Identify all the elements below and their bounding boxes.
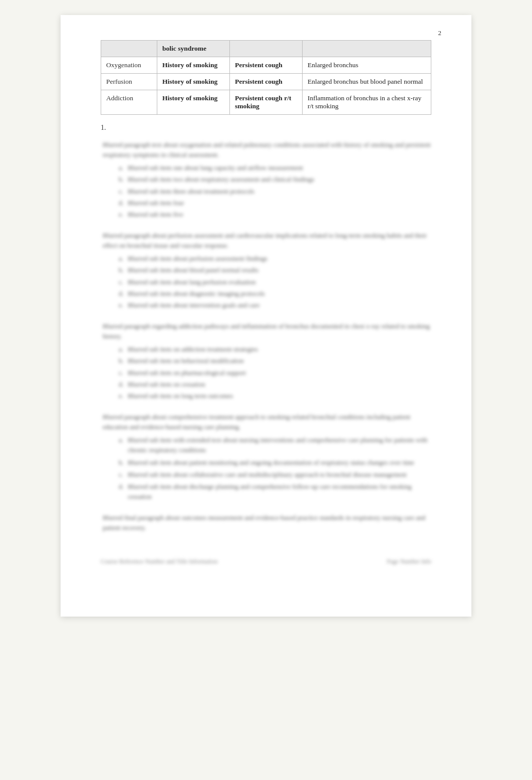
row1-col1: Oxygenation bbox=[101, 57, 157, 74]
blurred-item: Blurred sub item one about lung capacity… bbox=[119, 163, 431, 173]
numbered-intro: 1. bbox=[101, 124, 431, 132]
blurred-sublist-1: Blurred sub item one about lung capacity… bbox=[119, 163, 431, 220]
blurred-item-3: Blurred paragraph regarding addiction pa… bbox=[101, 321, 431, 401]
row1-col4: Enlarged bronchus bbox=[302, 57, 431, 74]
table-section: bolic syndrome Oxygenation History of sm… bbox=[101, 40, 431, 115]
blurred-para-5: Blurred final paragraph about outcomes m… bbox=[103, 513, 431, 533]
blurred-item: Blurred sub item about patient monitorin… bbox=[119, 458, 431, 468]
page-number: 2 bbox=[438, 29, 442, 37]
blurred-item-4: Blurred paragraph about comprehensive tr… bbox=[101, 412, 431, 502]
blurred-item: Blurred sub item on behavioral modificat… bbox=[119, 356, 431, 366]
footer-right: Page Number Info bbox=[387, 558, 431, 565]
blurred-item: Blurred sub item about blood panel norma… bbox=[119, 265, 431, 275]
row3-col4: Inflammation of bronchus in a chest x-ra… bbox=[302, 90, 431, 115]
header-col4 bbox=[302, 41, 431, 57]
row2-col3: Persistent cough bbox=[229, 74, 302, 90]
row1-col2: History of smoking bbox=[157, 57, 230, 74]
row2-col2: History of smoking bbox=[157, 74, 230, 90]
row2-col4: Enlarged bronchus but blood panel normal bbox=[302, 74, 431, 90]
blurred-item-2: Blurred paragraph about perfusion assess… bbox=[101, 231, 431, 310]
header-col3 bbox=[229, 41, 302, 57]
numbered-section: 1. Blurred paragraph text about oxygenat… bbox=[101, 124, 431, 533]
blurred-item: Blurred sub item about discharge plannin… bbox=[119, 482, 431, 502]
blurred-sublist-4: Blurred sub item with extended text abou… bbox=[119, 435, 431, 502]
row1-col3: Persistent cough bbox=[229, 57, 302, 74]
blurred-sublist-3: Blurred sub item on addiction treatment … bbox=[119, 344, 431, 401]
blurred-sublist-2: Blurred sub item about perfusion assessm… bbox=[119, 254, 431, 310]
table-row: Addiction History of smoking Persistent … bbox=[101, 90, 431, 115]
table-header-row: bolic syndrome bbox=[101, 41, 431, 57]
row3-col2: History of smoking bbox=[157, 90, 230, 115]
blurred-item: Blurred sub item three about treatment p… bbox=[119, 186, 431, 197]
blurred-item-1: Blurred paragraph text about oxygenation… bbox=[101, 140, 431, 220]
row3-col3: Persistent cough r/t smoking bbox=[229, 90, 302, 115]
blurred-item: Blurred sub item four bbox=[119, 198, 431, 208]
blurred-item: Blurred sub item on cessation bbox=[119, 379, 431, 389]
blurred-para-4: Blurred paragraph about comprehensive tr… bbox=[103, 412, 431, 432]
blurred-item: Blurred sub item about intervention goal… bbox=[119, 300, 431, 310]
blurred-item: Blurred sub item about diagnostic imagin… bbox=[119, 289, 431, 299]
blurred-item: Blurred sub item about collaborative car… bbox=[119, 470, 431, 480]
page-container: 2 bolic syndrome Oxygenation History of … bbox=[61, 15, 471, 617]
footer: Course Reference Number and Title Inform… bbox=[101, 553, 431, 565]
blurred-item: Blurred sub item on long term outcomes bbox=[119, 391, 431, 401]
footer-left: Course Reference Number and Title Inform… bbox=[101, 558, 218, 565]
blurred-item: Blurred sub item about perfusion assessm… bbox=[119, 254, 431, 264]
blurred-item: Blurred sub item five bbox=[119, 210, 431, 220]
blurred-para-1: Blurred paragraph text about oxygenation… bbox=[103, 140, 431, 160]
table-row: Oxygenation History of smoking Persisten… bbox=[101, 57, 431, 74]
row2-col1: Perfusion bbox=[101, 74, 157, 90]
data-table: bolic syndrome Oxygenation History of sm… bbox=[101, 40, 431, 115]
blurred-item: Blurred sub item about lung perfusion ev… bbox=[119, 277, 431, 287]
blurred-item: Blurred sub item with extended text abou… bbox=[119, 435, 431, 455]
header-col1 bbox=[101, 41, 157, 57]
blurred-para-2: Blurred paragraph about perfusion assess… bbox=[103, 231, 431, 251]
header-col2: bolic syndrome bbox=[157, 41, 230, 57]
row3-col1: Addiction bbox=[101, 90, 157, 115]
blurred-item: Blurred sub item two about respiratory a… bbox=[119, 174, 431, 184]
blurred-item: Blurred sub item on addiction treatment … bbox=[119, 344, 431, 354]
table-row: Perfusion History of smoking Persistent … bbox=[101, 74, 431, 90]
blurred-para-3: Blurred paragraph regarding addiction pa… bbox=[103, 321, 431, 341]
blurred-item: Blurred sub item on pharmacological supp… bbox=[119, 368, 431, 378]
blurred-item-5: Blurred final paragraph about outcomes m… bbox=[101, 513, 431, 533]
